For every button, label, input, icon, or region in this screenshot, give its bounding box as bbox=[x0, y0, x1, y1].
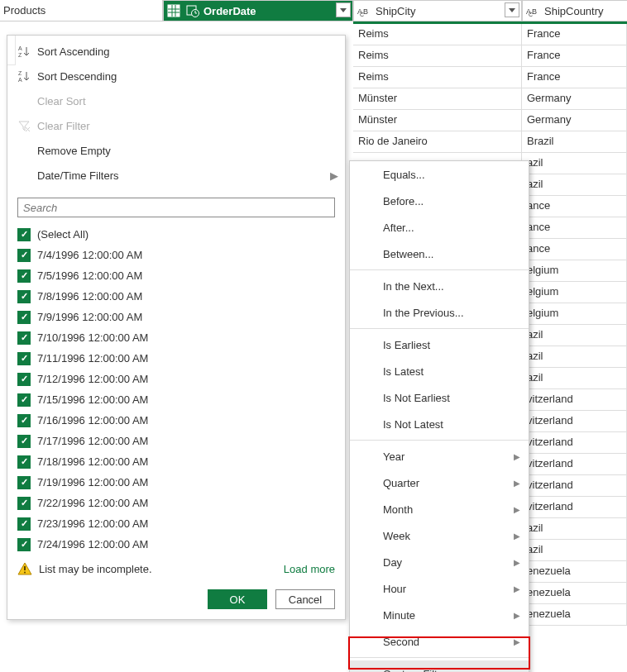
column-label: ShipCountry bbox=[544, 5, 604, 17]
table-row[interactable]: MünsterGermany bbox=[353, 88, 627, 110]
svg-text:C: C bbox=[529, 12, 533, 17]
date-checkbox-item[interactable]: 7/11/1996 12:00:00 AM bbox=[17, 348, 338, 369]
checkbox-checked-icon[interactable] bbox=[17, 331, 31, 345]
sort-descending-item[interactable]: ZA Sort Descending bbox=[7, 64, 345, 88]
date-checkbox-item[interactable]: 7/24/1996 12:00:00 AM bbox=[17, 534, 338, 553]
filter-in-next-item[interactable]: In the Next... bbox=[350, 273, 529, 299]
svg-text:C: C bbox=[360, 12, 364, 17]
checkbox-checked-icon[interactable] bbox=[17, 538, 31, 551]
filter-hour-item[interactable]: Hour▶ bbox=[350, 575, 529, 602]
filter-week-item[interactable]: Week▶ bbox=[350, 522, 529, 549]
date-checkbox-item[interactable]: 7/4/1996 12:00:00 AM bbox=[17, 245, 338, 265]
date-checkbox-item[interactable]: 7/12/1996 12:00:00 AM bbox=[17, 369, 338, 389]
checkbox-checked-icon[interactable] bbox=[17, 352, 31, 365]
filter-before-item[interactable]: Before... bbox=[350, 188, 529, 214]
remove-empty-item[interactable]: Remove Empty bbox=[7, 138, 345, 163]
filter-day-item[interactable]: Day▶ bbox=[350, 549, 529, 575]
checkbox-checked-icon[interactable] bbox=[17, 497, 31, 510]
checkbox-checked-icon[interactable] bbox=[17, 393, 31, 407]
checkbox-checked-icon[interactable] bbox=[17, 435, 31, 448]
select-all-checkbox-item[interactable]: (Select All) bbox=[17, 224, 338, 245]
filter-second-item[interactable]: Second▶ bbox=[350, 628, 529, 655]
checkbox-checked-icon[interactable] bbox=[17, 476, 31, 489]
filter-in-previous-item[interactable]: In the Previous... bbox=[350, 299, 529, 326]
date-checkbox-item[interactable]: 7/17/1996 12:00:00 AM bbox=[17, 431, 338, 451]
text-type-icon: ABC bbox=[357, 3, 372, 18]
table-row[interactable]: MünsterGermany bbox=[353, 110, 627, 131]
checkbox-checked-icon[interactable] bbox=[17, 517, 31, 531]
filter-month-item[interactable]: Month▶ bbox=[350, 496, 529, 522]
date-checkbox-item[interactable]: 7/8/1996 12:00:00 AM bbox=[17, 286, 338, 307]
filter-custom-item[interactable]: Custom Filter... bbox=[350, 660, 529, 672]
checkbox-label: 7/19/1996 12:00:00 AM bbox=[37, 476, 148, 489]
filter-after-item[interactable]: After... bbox=[350, 214, 529, 241]
date-checkbox-item[interactable]: 7/15/1996 12:00:00 AM bbox=[17, 389, 338, 410]
cell-shipcountry-fragment: vitzerland bbox=[522, 475, 627, 497]
date-checkbox-item[interactable]: 7/10/1996 12:00:00 AM bbox=[17, 327, 338, 348]
cell-shipcountry: France bbox=[522, 24, 627, 45]
cell-shipcity: Münster bbox=[353, 88, 522, 110]
sort-ascending-item[interactable]: AZ Sort Ascending bbox=[7, 39, 345, 64]
checkbox-checked-icon[interactable] bbox=[17, 414, 31, 427]
filter-is-latest-item[interactable]: Is Latest bbox=[350, 358, 529, 384]
table-icon bbox=[167, 4, 180, 17]
ok-button[interactable]: OK bbox=[208, 589, 267, 609]
svg-text:A: A bbox=[18, 77, 22, 83]
chevron-right-icon: ▶ bbox=[514, 505, 520, 514]
sort-desc-icon: ZA bbox=[14, 69, 34, 83]
date-checkbox-item[interactable]: 7/23/1996 12:00:00 AM bbox=[17, 513, 338, 534]
table-row[interactable]: ReimsFrance bbox=[353, 67, 627, 88]
menu-label: Sort Ascending bbox=[37, 45, 109, 58]
filter-dropdown-panel: AZ Sort Ascending ZA Sort Descending Cle… bbox=[7, 35, 346, 620]
svg-text:Z: Z bbox=[18, 70, 22, 76]
filter-is-earliest-item[interactable]: Is Earliest bbox=[350, 331, 529, 358]
checkbox-checked-icon[interactable] bbox=[17, 269, 31, 283]
date-checkbox-item[interactable]: 7/18/1996 12:00:00 AM bbox=[17, 451, 338, 472]
checkbox-checked-icon[interactable] bbox=[17, 249, 31, 262]
filter-year-item[interactable]: Year▶ bbox=[350, 443, 529, 469]
search-input[interactable] bbox=[17, 198, 335, 217]
filter-minute-item[interactable]: Minute▶ bbox=[350, 602, 529, 628]
filter-quarter-item[interactable]: Quarter▶ bbox=[350, 469, 529, 496]
chevron-right-icon: ▶ bbox=[514, 584, 520, 593]
column-filter-dropdown-button[interactable] bbox=[336, 2, 351, 17]
date-checkbox-item[interactable]: 7/19/1996 12:00:00 AM bbox=[17, 472, 338, 493]
cell-shipcountry: France bbox=[522, 45, 627, 67]
date-checkbox-item[interactable]: 7/16/1996 12:00:00 AM bbox=[17, 410, 338, 431]
date-checkbox-item[interactable]: 7/5/1996 12:00:00 AM bbox=[17, 265, 338, 286]
cell-shipcity: Reims bbox=[353, 24, 522, 45]
table-row[interactable]: Rio de JaneiroBrazil bbox=[353, 131, 627, 153]
filter-is-not-earliest-item[interactable]: Is Not Earliest bbox=[350, 384, 529, 411]
checkbox-label: 7/10/1996 12:00:00 AM bbox=[37, 331, 148, 344]
cell-shipcity: Münster bbox=[353, 110, 522, 131]
chevron-right-icon: ▶ bbox=[514, 531, 520, 541]
column-header-shipcity[interactable]: ABC ShipCity bbox=[353, 0, 522, 21]
column-filter-dropdown-button[interactable] bbox=[505, 2, 519, 17]
checkbox-checked-icon[interactable] bbox=[17, 290, 31, 303]
table-row[interactable]: ReimsFrance bbox=[353, 24, 627, 45]
column-header-products[interactable]: Products bbox=[0, 0, 163, 21]
checkbox-checked-icon[interactable] bbox=[17, 311, 31, 324]
menu-separator bbox=[350, 269, 529, 270]
date-checkbox-item[interactable]: 7/9/1996 12:00:00 AM bbox=[17, 307, 338, 327]
load-more-link[interactable]: Load more bbox=[284, 563, 335, 575]
checkbox-checked-icon[interactable] bbox=[17, 373, 31, 386]
column-header-shipcountry[interactable]: ABC ShipCountry bbox=[522, 0, 627, 21]
filter-between-item[interactable]: Between... bbox=[350, 241, 529, 267]
date-checkbox-item[interactable]: 7/22/1996 12:00:00 AM bbox=[17, 493, 338, 513]
menu-label: Sort Descending bbox=[37, 70, 117, 83]
table-row[interactable]: ReimsFrance bbox=[353, 45, 627, 67]
filter-is-not-latest-item[interactable]: Is Not Latest bbox=[350, 411, 529, 437]
filter-equals-item[interactable]: Equals... bbox=[350, 161, 529, 188]
datetime-filters-item[interactable]: Date/Time Filters ▶ bbox=[7, 163, 345, 188]
column-header-orderdate[interactable]: OrderDate bbox=[163, 0, 353, 21]
cell-shipcountry-fragment: vitzerland bbox=[522, 411, 627, 432]
cell-shipcity: Reims bbox=[353, 45, 522, 67]
cancel-button[interactable]: Cancel bbox=[275, 589, 335, 609]
checkbox-label: 7/23/1996 12:00:00 AM bbox=[37, 517, 148, 530]
checkbox-checked-icon[interactable] bbox=[17, 455, 31, 469]
filter-values-list[interactable]: (Select All) 7/4/1996 12:00:00 AM7/5/199… bbox=[17, 224, 338, 553]
chevron-right-icon: ▶ bbox=[514, 558, 520, 567]
checkbox-checked-icon[interactable] bbox=[17, 228, 31, 241]
column-label: OrderDate bbox=[203, 5, 256, 17]
